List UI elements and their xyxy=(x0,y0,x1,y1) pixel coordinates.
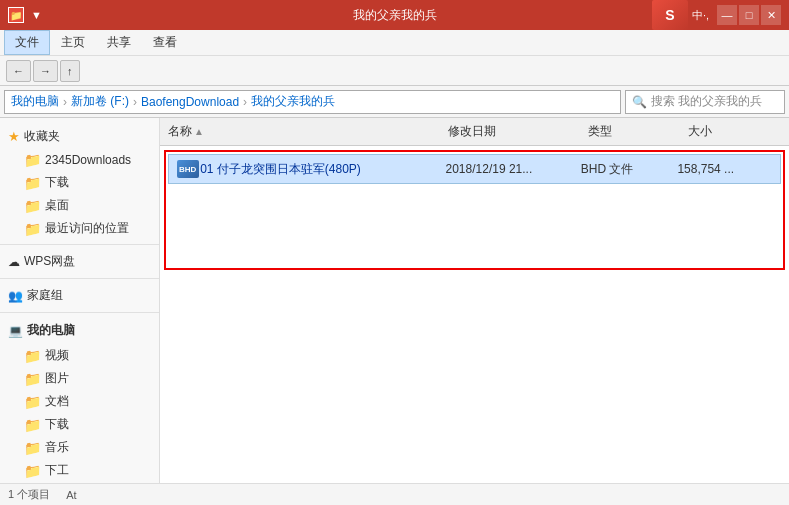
search-icon: 🔍 xyxy=(632,95,647,109)
col-header-size[interactable]: 大小 xyxy=(680,121,780,142)
col-header-date[interactable]: 修改日期 xyxy=(440,121,580,142)
file-name: 01 付子龙突围日本驻军(480P) xyxy=(200,161,445,178)
sidebar-divider-2 xyxy=(0,278,159,279)
wps-label: WPS网盘 xyxy=(24,253,75,270)
sidebar: ★ 收藏夹 📁 2345Downloads 📁 下载 📁 桌面 📁 最近访问的位… xyxy=(0,118,160,483)
nav-buttons: ← → ↑ xyxy=(6,60,80,82)
address-bar-area: 我的电脑 › 新加卷 (F:) › BaofengDownload › 我的父亲… xyxy=(0,86,789,118)
up-button[interactable]: ↑ xyxy=(60,60,80,82)
table-row[interactable]: BHD 01 付子龙突围日本驻军(480P) 2018/12/19 21... … xyxy=(168,154,781,184)
folder-icon: 📁 xyxy=(24,463,41,479)
computer-icon: 💻 xyxy=(8,324,23,338)
sidebar-item-2345downloads[interactable]: 📁 2345Downloads xyxy=(0,149,159,171)
folder-icon: 📁 xyxy=(24,198,41,214)
sidebar-item-label: 下工 xyxy=(45,462,69,479)
sidebar-item-label: 最近访问的位置 xyxy=(45,220,129,237)
breadcrumb-drive[interactable]: 新加卷 (F:) xyxy=(71,93,129,110)
item-count: 1 个项目 xyxy=(8,487,50,502)
sidebar-item-label: 下载 xyxy=(45,416,69,433)
file-date: 2018/12/19 21... xyxy=(446,162,581,176)
folder-icon: 📁 xyxy=(24,348,41,364)
sidebar-item-downloads[interactable]: 📁 下载 xyxy=(0,171,159,194)
sidebar-divider-1 xyxy=(0,244,159,245)
favorites-label: 收藏夹 xyxy=(24,128,60,145)
sidebar-wps[interactable]: ☁ WPS网盘 xyxy=(0,249,159,274)
breadcrumb-pc[interactable]: 我的电脑 xyxy=(11,93,59,110)
ribbon: ← → ↑ xyxy=(0,56,789,86)
folder-icon: 📁 xyxy=(24,440,41,456)
main-area: ★ 收藏夹 📁 2345Downloads 📁 下载 📁 桌面 📁 最近访问的位… xyxy=(0,118,789,483)
breadcrumb-baofeng[interactable]: BaofengDownload xyxy=(141,95,239,109)
minimize-button[interactable]: — xyxy=(717,5,737,25)
menu-view[interactable]: 查看 xyxy=(142,30,188,55)
sidebar-item-label: 桌面 xyxy=(45,197,69,214)
breadcrumb: 我的电脑 › 新加卷 (F:) › BaofengDownload › 我的父亲… xyxy=(11,93,335,110)
menu-share[interactable]: 共享 xyxy=(96,30,142,55)
folder-icon: 📁 xyxy=(24,175,41,191)
sidebar-divider-3 xyxy=(0,312,159,313)
folder-icon: 📁 xyxy=(24,371,41,387)
file-size: 158,754 ... xyxy=(677,162,774,176)
sidebar-item-downloads2[interactable]: 📁 下载 xyxy=(0,413,159,436)
sidebar-item-recent[interactable]: 📁 最近访问的位置 xyxy=(0,217,159,240)
video-file-icon: BHD xyxy=(177,160,199,178)
sidebar-mypc[interactable]: 💻 我的电脑 xyxy=(0,317,159,344)
file-type: BHD 文件 xyxy=(581,161,678,178)
title-right: S 中·, — □ ✕ xyxy=(652,0,781,30)
col-header-name[interactable]: 名称 ▲ xyxy=(160,121,440,142)
quick-access-dropdown[interactable]: ▼ xyxy=(28,7,45,23)
sidebar-item-label: 图片 xyxy=(45,370,69,387)
homegroup-icon: 👥 xyxy=(8,289,23,303)
back-button[interactable]: ← xyxy=(6,60,31,82)
menu-home[interactable]: 主页 xyxy=(50,30,96,55)
title-bar: 📁 ▼ 我的父亲我的兵 S 中·, — □ ✕ xyxy=(0,0,789,30)
file-area: 名称 ▲ 修改日期 类型 大小 BHD 01 付子龙突围日本驻军(480P) 2… xyxy=(160,118,789,483)
sidebar-homegroup[interactable]: 👥 家庭组 xyxy=(0,283,159,308)
sidebar-item-music[interactable]: 📁 音乐 xyxy=(0,436,159,459)
sidebar-item-pictures[interactable]: 📁 图片 xyxy=(0,367,159,390)
window-controls: — □ ✕ xyxy=(717,5,781,25)
search-placeholder: 搜索 我的父亲我的兵 xyxy=(651,93,762,110)
homegroup-label: 家庭组 xyxy=(27,287,63,304)
quick-access-toolbar: ▼ xyxy=(28,7,45,23)
sidebar-item-documents[interactable]: 📁 文档 xyxy=(0,390,159,413)
title-bar-left: 📁 ▼ xyxy=(8,7,45,23)
star-icon: ★ xyxy=(8,129,20,144)
sidebar-item-video[interactable]: 📁 视频 xyxy=(0,344,159,367)
file-icon-area: BHD xyxy=(175,160,200,178)
maximize-button[interactable]: □ xyxy=(739,5,759,25)
sogou-icon[interactable]: S xyxy=(652,0,688,30)
folder-icon: 📁 xyxy=(24,394,41,410)
folder-icon: 📁 xyxy=(24,152,41,168)
window-title: 我的父亲我的兵 xyxy=(353,7,437,24)
sidebar-item-label: 下载 xyxy=(45,174,69,191)
sidebar-item-misc[interactable]: 📁 下工 xyxy=(0,459,159,482)
sidebar-item-label: 2345Downloads xyxy=(45,153,131,167)
folder-icon: 📁 xyxy=(24,221,41,237)
sidebar-item-desktop[interactable]: 📁 桌面 xyxy=(0,194,159,217)
status-bar: 1 个项目 At xyxy=(0,483,789,505)
forward-button[interactable]: → xyxy=(33,60,58,82)
folder-icon: 📁 xyxy=(10,10,22,21)
mypc-label: 我的电脑 xyxy=(27,322,75,339)
breadcrumb-current[interactable]: 我的父亲我的兵 xyxy=(251,93,335,110)
favorites-header[interactable]: ★ 收藏夹 xyxy=(0,124,159,149)
folder-icon: 📁 xyxy=(24,417,41,433)
selected-info: At xyxy=(66,489,76,501)
file-list-header: 名称 ▲ 修改日期 类型 大小 xyxy=(160,118,789,146)
sidebar-item-label: 视频 xyxy=(45,347,69,364)
app-icon: 📁 xyxy=(8,7,24,23)
close-button[interactable]: ✕ xyxy=(761,5,781,25)
sogou-area: S 中·, xyxy=(652,0,709,30)
sogou-label: 中·, xyxy=(692,8,709,23)
sidebar-item-label: 音乐 xyxy=(45,439,69,456)
address-bar[interactable]: 我的电脑 › 新加卷 (F:) › BaofengDownload › 我的父亲… xyxy=(4,90,621,114)
file-items-wrapper: BHD 01 付子龙突围日本驻军(480P) 2018/12/19 21... … xyxy=(164,150,785,270)
search-box[interactable]: 🔍 搜索 我的父亲我的兵 xyxy=(625,90,785,114)
col-header-type[interactable]: 类型 xyxy=(580,121,680,142)
menu-bar: 文件 主页 共享 查看 xyxy=(0,30,789,56)
menu-file[interactable]: 文件 xyxy=(4,30,50,55)
cloud-icon: ☁ xyxy=(8,255,20,269)
sidebar-item-label: 文档 xyxy=(45,393,69,410)
